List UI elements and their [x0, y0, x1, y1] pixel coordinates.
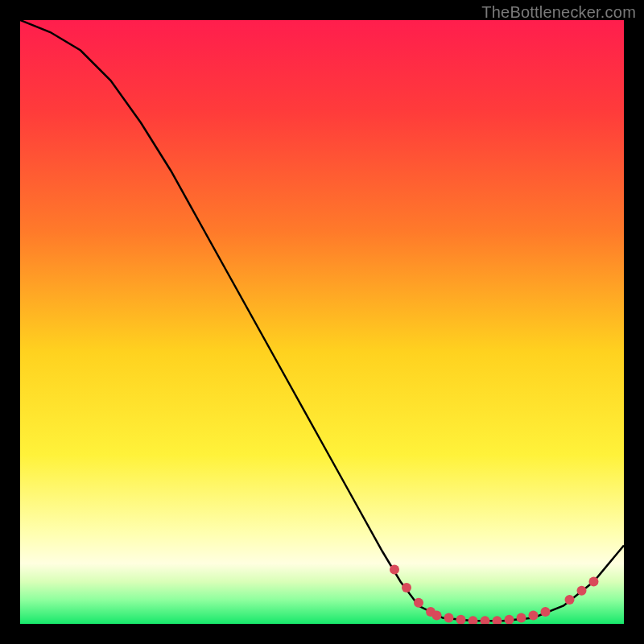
data-marker: [589, 577, 599, 587]
data-marker: [541, 607, 551, 617]
chart-svg: [20, 20, 624, 624]
data-marker: [577, 586, 587, 596]
plot-area: [20, 20, 624, 624]
gradient-background: [20, 20, 624, 624]
data-marker: [402, 583, 411, 592]
attribution-text: TheBottlenecker.com: [481, 3, 636, 22]
data-marker: [390, 565, 399, 575]
data-marker: [529, 611, 539, 621]
data-marker: [414, 598, 423, 608]
data-marker: [444, 613, 454, 623]
data-marker: [517, 613, 526, 623]
data-marker: [565, 595, 575, 605]
chart-frame: TheBottlenecker.com: [0, 0, 644, 644]
data-marker: [432, 611, 442, 621]
